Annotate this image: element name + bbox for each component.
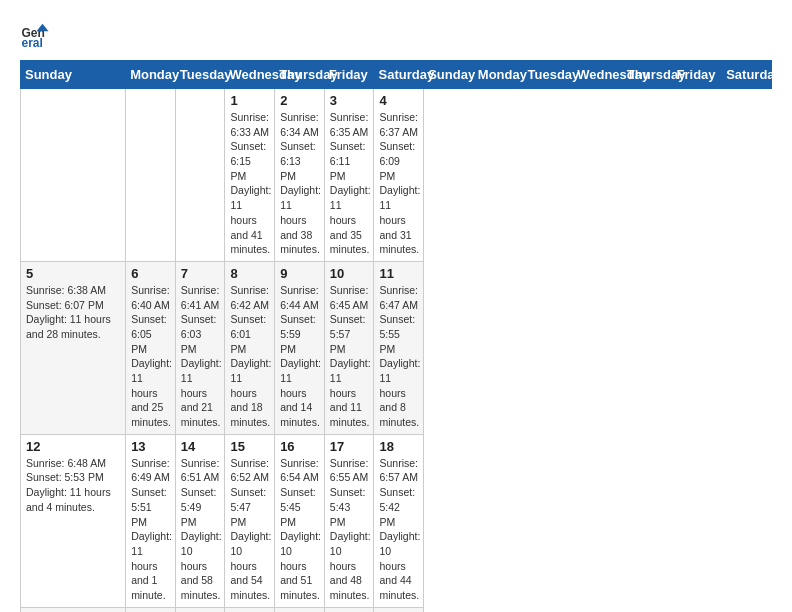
calendar-week-3: 12Sunrise: 6:48 AM Sunset: 5:53 PM Dayli… xyxy=(21,434,772,607)
calendar-cell: 5Sunrise: 6:38 AM Sunset: 6:07 PM Daylig… xyxy=(21,261,126,434)
day-number: 15 xyxy=(230,439,269,454)
header-day-saturday: Saturday xyxy=(722,61,772,89)
calendar-cell: 2Sunrise: 6:34 AM Sunset: 6:13 PM Daylig… xyxy=(275,89,325,262)
calendar-cell: 23Sunrise: 7:04 AM Sunset: 5:33 PM Dayli… xyxy=(275,607,325,612)
calendar-cell: 9Sunrise: 6:44 AM Sunset: 5:59 PM Daylig… xyxy=(275,261,325,434)
day-info: Sunrise: 6:48 AM Sunset: 5:53 PM Dayligh… xyxy=(26,456,120,515)
day-number: 16 xyxy=(280,439,319,454)
calendar-cell: 12Sunrise: 6:48 AM Sunset: 5:53 PM Dayli… xyxy=(21,434,126,607)
calendar-header-row: SundayMondayTuesdayWednesdayThursdayFrid… xyxy=(21,61,772,89)
calendar-week-2: 5Sunrise: 6:38 AM Sunset: 6:07 PM Daylig… xyxy=(21,261,772,434)
day-info: Sunrise: 6:49 AM Sunset: 5:51 PM Dayligh… xyxy=(131,456,170,603)
day-number: 5 xyxy=(26,266,120,281)
day-info: Sunrise: 6:41 AM Sunset: 6:03 PM Dayligh… xyxy=(181,283,220,430)
calendar-cell: 20Sunrise: 7:00 AM Sunset: 5:38 PM Dayli… xyxy=(126,607,176,612)
day-info: Sunrise: 6:38 AM Sunset: 6:07 PM Dayligh… xyxy=(26,283,120,342)
day-number: 12 xyxy=(26,439,120,454)
calendar-cell: 18Sunrise: 6:57 AM Sunset: 5:42 PM Dayli… xyxy=(374,434,424,607)
header-day-friday: Friday xyxy=(324,61,374,89)
calendar-cell: 8Sunrise: 6:42 AM Sunset: 6:01 PM Daylig… xyxy=(225,261,275,434)
calendar-cell: 6Sunrise: 6:40 AM Sunset: 6:05 PM Daylig… xyxy=(126,261,176,434)
calendar-cell: 4Sunrise: 6:37 AM Sunset: 6:09 PM Daylig… xyxy=(374,89,424,262)
day-info: Sunrise: 6:54 AM Sunset: 5:45 PM Dayligh… xyxy=(280,456,319,603)
calendar-cell xyxy=(126,89,176,262)
day-info: Sunrise: 6:42 AM Sunset: 6:01 PM Dayligh… xyxy=(230,283,269,430)
day-info: Sunrise: 6:44 AM Sunset: 5:59 PM Dayligh… xyxy=(280,283,319,430)
day-number: 9 xyxy=(280,266,319,281)
day-info: Sunrise: 6:55 AM Sunset: 5:43 PM Dayligh… xyxy=(330,456,369,603)
header-day-sunday: Sunday xyxy=(424,61,474,89)
header-day-thursday: Thursday xyxy=(622,61,672,89)
day-info: Sunrise: 6:33 AM Sunset: 6:15 PM Dayligh… xyxy=(230,110,269,257)
day-number: 1 xyxy=(230,93,269,108)
calendar-cell xyxy=(21,89,126,262)
day-info: Sunrise: 6:37 AM Sunset: 6:09 PM Dayligh… xyxy=(379,110,418,257)
day-info: Sunrise: 6:47 AM Sunset: 5:55 PM Dayligh… xyxy=(379,283,418,430)
day-info: Sunrise: 6:35 AM Sunset: 6:11 PM Dayligh… xyxy=(330,110,369,257)
day-number: 7 xyxy=(181,266,220,281)
day-info: Sunrise: 6:57 AM Sunset: 5:42 PM Dayligh… xyxy=(379,456,418,603)
day-number: 11 xyxy=(379,266,418,281)
header-day-tuesday: Tuesday xyxy=(523,61,573,89)
calendar-cell: 13Sunrise: 6:49 AM Sunset: 5:51 PM Dayli… xyxy=(126,434,176,607)
calendar-cell: 17Sunrise: 6:55 AM Sunset: 5:43 PM Dayli… xyxy=(324,434,374,607)
day-number: 13 xyxy=(131,439,170,454)
calendar-week-1: 1Sunrise: 6:33 AM Sunset: 6:15 PM Daylig… xyxy=(21,89,772,262)
calendar-week-4: 19Sunrise: 6:58 AM Sunset: 5:40 PM Dayli… xyxy=(21,607,772,612)
header-day-wednesday: Wednesday xyxy=(225,61,275,89)
svg-text:eral: eral xyxy=(22,36,43,50)
calendar-cell: 22Sunrise: 7:02 AM Sunset: 5:34 PM Dayli… xyxy=(225,607,275,612)
calendar-cell: 3Sunrise: 6:35 AM Sunset: 6:11 PM Daylig… xyxy=(324,89,374,262)
header-day-monday: Monday xyxy=(473,61,523,89)
day-info: Sunrise: 6:51 AM Sunset: 5:49 PM Dayligh… xyxy=(181,456,220,603)
day-number: 17 xyxy=(330,439,369,454)
day-number: 2 xyxy=(280,93,319,108)
calendar-cell: 24Sunrise: 7:05 AM Sunset: 5:31 PM Dayli… xyxy=(324,607,374,612)
day-info: Sunrise: 6:40 AM Sunset: 6:05 PM Dayligh… xyxy=(131,283,170,430)
day-number: 8 xyxy=(230,266,269,281)
calendar-cell: 21Sunrise: 7:01 AM Sunset: 5:36 PM Dayli… xyxy=(175,607,225,612)
day-info: Sunrise: 6:52 AM Sunset: 5:47 PM Dayligh… xyxy=(230,456,269,603)
calendar-cell: 1Sunrise: 6:33 AM Sunset: 6:15 PM Daylig… xyxy=(225,89,275,262)
calendar-cell: 7Sunrise: 6:41 AM Sunset: 6:03 PM Daylig… xyxy=(175,261,225,434)
calendar-table: SundayMondayTuesdayWednesdayThursdayFrid… xyxy=(20,60,772,612)
header-day-sunday: Sunday xyxy=(21,61,126,89)
page-header: Gen eral xyxy=(20,20,772,50)
calendar-cell: 25Sunrise: 7:07 AM Sunset: 5:29 PM Dayli… xyxy=(374,607,424,612)
day-info: Sunrise: 6:34 AM Sunset: 6:13 PM Dayligh… xyxy=(280,110,319,257)
logo-icon: Gen eral xyxy=(20,20,50,50)
day-number: 6 xyxy=(131,266,170,281)
day-number: 14 xyxy=(181,439,220,454)
calendar-cell: 16Sunrise: 6:54 AM Sunset: 5:45 PM Dayli… xyxy=(275,434,325,607)
calendar-cell: 14Sunrise: 6:51 AM Sunset: 5:49 PM Dayli… xyxy=(175,434,225,607)
day-number: 4 xyxy=(379,93,418,108)
calendar-cell: 10Sunrise: 6:45 AM Sunset: 5:57 PM Dayli… xyxy=(324,261,374,434)
calendar-cell: 19Sunrise: 6:58 AM Sunset: 5:40 PM Dayli… xyxy=(21,607,126,612)
logo: Gen eral xyxy=(20,20,54,50)
header-day-thursday: Thursday xyxy=(275,61,325,89)
calendar-cell xyxy=(175,89,225,262)
header-day-friday: Friday xyxy=(672,61,722,89)
day-info: Sunrise: 6:45 AM Sunset: 5:57 PM Dayligh… xyxy=(330,283,369,430)
header-day-saturday: Saturday xyxy=(374,61,424,89)
day-number: 18 xyxy=(379,439,418,454)
calendar-cell: 11Sunrise: 6:47 AM Sunset: 5:55 PM Dayli… xyxy=(374,261,424,434)
calendar-cell: 15Sunrise: 6:52 AM Sunset: 5:47 PM Dayli… xyxy=(225,434,275,607)
day-number: 3 xyxy=(330,93,369,108)
day-number: 10 xyxy=(330,266,369,281)
header-day-wednesday: Wednesday xyxy=(573,61,623,89)
header-day-monday: Monday xyxy=(126,61,176,89)
header-day-tuesday: Tuesday xyxy=(175,61,225,89)
